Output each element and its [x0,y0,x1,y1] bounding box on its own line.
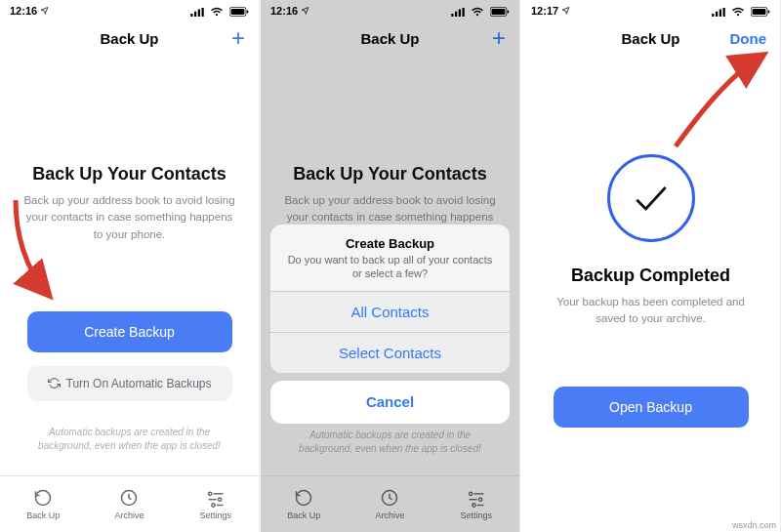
settings-icon [467,488,486,508]
tab-archive[interactable]: Archive [360,488,419,520]
status-bar: 12:17 [521,0,780,20]
done-button[interactable]: Done [730,30,767,47]
svg-rect-30 [719,9,721,17]
battery-icon [490,7,510,17]
signal-icon [712,8,725,17]
location-icon [561,6,570,15]
heading: Back Up Your Contacts [293,164,486,184]
sheet-header: Create Backup Do you want to back up all… [270,225,510,291]
archive-icon [119,488,139,508]
add-button[interactable]: + [231,24,245,52]
svg-rect-0 [190,14,192,17]
svg-rect-16 [459,9,461,17]
watermark: wsxdn.com [732,520,776,530]
archive-icon [380,488,399,508]
main-content: Backup Completed Your backup has been co… [521,57,780,532]
svg-rect-19 [492,9,506,15]
subtitle: Back up your address book to avoid losin… [22,192,237,243]
backup-icon [33,488,53,508]
backup-icon [294,488,313,508]
checkmark-icon [630,177,673,220]
svg-point-22 [469,492,472,495]
status-bar: 12:16 [0,0,259,20]
add-button[interactable]: + [492,24,506,52]
svg-rect-15 [455,11,457,16]
nav-title: Back Up [621,30,679,47]
screenshot-1: 12:16 Back Up + Back Up Your Contacts Ba… [0,0,260,532]
svg-point-10 [218,498,221,501]
success-icon [607,154,695,242]
svg-rect-14 [451,14,453,17]
tab-backup[interactable]: Back Up [14,488,72,520]
nav-title: Back Up [100,30,158,47]
hint-text: Automatic backups are created in the bac… [283,429,498,456]
svg-rect-31 [722,8,724,17]
action-sheet: Create Backup Do you want to back up all… [270,225,510,424]
create-backup-button[interactable]: Create Backup [27,311,232,352]
status-time: 12:17 [531,5,570,17]
tab-backup[interactable]: Back Up [274,488,333,520]
svg-point-24 [478,498,481,501]
hint-text: Automatic backups are created in the bac… [22,426,237,453]
auto-backup-button[interactable]: Turn On Automatic Backups [27,366,232,401]
svg-rect-20 [508,11,510,14]
svg-rect-34 [768,11,770,14]
battery-icon [229,7,249,17]
status-right [187,5,249,17]
svg-point-8 [208,492,211,495]
svg-rect-5 [231,9,245,15]
status-right [448,5,510,17]
nav-title: Back Up [360,30,419,47]
location-icon [301,6,309,15]
wifi-icon [471,7,484,17]
wifi-icon [210,7,224,17]
select-contacts-button[interactable]: Select Contacts [270,332,510,373]
tab-bar: Back Up Archive Settings [0,475,259,532]
subtitle: Your backup has been completed and saved… [544,294,759,328]
svg-point-12 [212,504,215,507]
nav-bar: Back Up + [0,20,259,57]
status-right [709,5,770,17]
refresh-icon [48,377,61,389]
wifi-icon [731,7,745,17]
status-time: 12:16 [10,5,49,17]
status-time: 12:16 [270,5,309,17]
svg-rect-6 [247,11,249,14]
heading: Back Up Your Contacts [32,164,226,184]
svg-rect-1 [194,11,196,16]
cancel-button[interactable]: Cancel [270,381,510,424]
battery-icon [751,7,770,17]
settings-icon [206,488,226,508]
status-bar: 12:16 [261,0,519,20]
main-content: Back Up Your Contacts Back up your addre… [0,57,259,475]
signal-icon [190,8,204,17]
sheet-message: Do you want to back up all of your conta… [284,253,496,281]
svg-point-26 [473,504,475,507]
svg-rect-29 [716,11,718,16]
open-backup-button[interactable]: Open Backup [554,387,749,428]
all-contacts-button[interactable]: All Contacts [270,291,510,332]
heading: Backup Completed [571,266,730,286]
screenshot-3: 12:17 Back Up Done Backup Completed Your… [521,0,781,532]
screenshot-2: 12:16 Back Up + Back Up Your Contacts Ba… [261,0,520,532]
svg-rect-33 [753,9,766,15]
svg-rect-3 [201,8,203,17]
tab-settings[interactable]: Settings [447,488,506,520]
signal-icon [451,8,465,17]
nav-bar: Back Up Done [521,20,780,57]
nav-bar: Back Up + [261,20,519,57]
svg-rect-2 [198,9,200,17]
svg-rect-17 [462,8,464,17]
sheet-title: Create Backup [284,236,496,251]
tab-settings[interactable]: Settings [186,488,245,520]
tab-bar: Back Up Archive Settings [261,475,519,532]
tab-archive[interactable]: Archive [100,488,158,520]
location-icon [40,6,49,15]
svg-rect-28 [712,14,714,17]
